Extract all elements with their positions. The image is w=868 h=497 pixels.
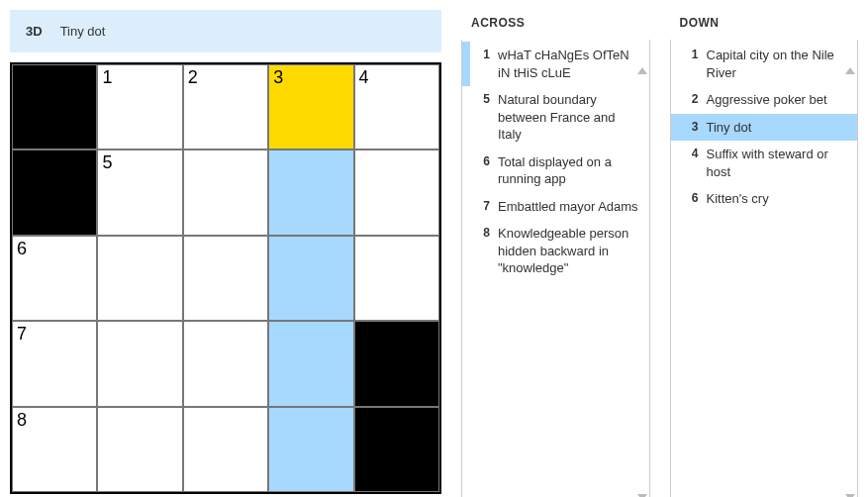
cell-number: 2 xyxy=(188,67,198,88)
cell-number: 7 xyxy=(17,324,27,345)
crossword-grid[interactable]: 12345678 xyxy=(10,62,441,494)
grid-cell[interactable] xyxy=(97,236,182,321)
grid-cell[interactable] xyxy=(268,149,353,235)
clue-item[interactable]: 6Total displayed on a running app xyxy=(462,149,649,193)
down-column: DOWN 1Capital city on the Nile River2Agg… xyxy=(670,10,859,497)
grid-cell xyxy=(354,321,439,406)
clue-number: 6 xyxy=(474,153,490,188)
clue-number: 1 xyxy=(683,47,699,81)
clue-item[interactable]: 4Suffix with steward or host xyxy=(671,141,858,185)
cell-number: 5 xyxy=(102,152,112,173)
grid-cell[interactable] xyxy=(183,149,268,235)
grid-cell[interactable] xyxy=(97,321,182,406)
clue-text: Aggressive poker bet xyxy=(707,91,850,109)
clue-item[interactable]: 8Knowledgeable person hidden backward in… xyxy=(462,220,649,282)
grid-cell[interactable]: 8 xyxy=(12,407,97,492)
clue-text: Total displayed on a running app xyxy=(498,153,641,188)
grid-cell[interactable]: 7 xyxy=(12,321,97,406)
clue-number: 3 xyxy=(683,119,699,137)
clue-text: Natural boundary between France and Ital… xyxy=(498,91,641,144)
across-list[interactable]: 1wHaT cHaNgEs OfTeN iN tHiS cLuE5Natural… xyxy=(461,40,650,497)
grid-cell[interactable] xyxy=(268,321,353,406)
clue-number: 2 xyxy=(683,91,699,109)
clue-item[interactable]: 5Natural boundary between France and Ita… xyxy=(462,86,649,149)
grid-cell[interactable] xyxy=(354,236,439,321)
clue-text: Tiny dot xyxy=(707,119,850,137)
clue-number: 8 xyxy=(474,225,490,277)
grid-cell[interactable] xyxy=(183,236,268,321)
grid-cell[interactable]: 6 xyxy=(12,236,97,321)
across-column: ACROSS 1wHaT cHaNgEs OfTeN iN tHiS cLuE5… xyxy=(461,10,650,497)
grid-cell[interactable] xyxy=(268,407,353,492)
grid-cell[interactable] xyxy=(183,407,268,492)
clue-number: 1 xyxy=(474,47,490,81)
grid-cell[interactable] xyxy=(97,407,182,492)
clue-item[interactable]: 1Capital city on the Nile River xyxy=(671,42,858,86)
grid-cell xyxy=(12,149,97,235)
clue-text: Suffix with steward or host xyxy=(707,146,850,180)
clue-number: 4 xyxy=(683,146,699,180)
across-header: ACROSS xyxy=(461,10,650,40)
grid-cell[interactable] xyxy=(354,149,439,235)
cell-number: 1 xyxy=(102,67,112,88)
clue-text: Embattled mayor Adams xyxy=(498,198,641,216)
current-clue-label: 3D xyxy=(26,24,43,39)
clue-item[interactable]: 3Tiny dot xyxy=(671,114,858,142)
grid-cell xyxy=(354,407,439,492)
grid-cell[interactable]: 3 xyxy=(268,64,353,149)
scroll-up-icon[interactable] xyxy=(637,67,647,74)
grid-cell[interactable]: 2 xyxy=(183,64,268,149)
cell-number: 3 xyxy=(273,67,283,88)
down-list[interactable]: 1Capital city on the Nile River2Aggressi… xyxy=(670,40,859,497)
scroll-up-icon[interactable] xyxy=(845,67,855,74)
cell-number: 6 xyxy=(17,239,27,259)
clue-item[interactable]: 6Kitten's cry xyxy=(671,185,858,213)
cell-number: 4 xyxy=(359,67,369,88)
clue-text: wHaT cHaNgEs OfTeN iN tHiS cLuE xyxy=(498,47,641,81)
clue-number: 5 xyxy=(474,91,490,144)
grid-cell xyxy=(12,64,97,149)
current-clue-bar: 3D Tiny dot xyxy=(10,10,441,52)
down-header: DOWN xyxy=(670,10,859,40)
cell-number: 8 xyxy=(17,410,27,431)
clue-number: 6 xyxy=(683,190,699,208)
clue-item[interactable]: 7Embattled mayor Adams xyxy=(462,193,649,221)
clue-text: Knowledgeable person hidden backward in … xyxy=(498,225,641,277)
grid-cell[interactable]: 1 xyxy=(97,64,182,149)
clue-number: 7 xyxy=(474,198,490,216)
clue-text: Kitten's cry xyxy=(707,190,850,208)
grid-cell[interactable] xyxy=(183,321,268,406)
grid-cell[interactable] xyxy=(268,236,353,321)
current-clue-text: Tiny dot xyxy=(60,24,106,39)
grid-cell[interactable]: 5 xyxy=(97,149,182,235)
clue-item[interactable]: 2Aggressive poker bet xyxy=(671,86,858,114)
crossword-layout: 3D Tiny dot 12345678 ACROSS 1wHaT cHaNgE… xyxy=(10,10,858,497)
left-column: 3D Tiny dot 12345678 xyxy=(10,10,441,494)
clue-item[interactable]: 1wHaT cHaNgEs OfTeN iN tHiS cLuE xyxy=(462,42,649,86)
grid-cell[interactable]: 4 xyxy=(354,64,439,149)
clue-text: Capital city on the Nile River xyxy=(707,47,850,81)
